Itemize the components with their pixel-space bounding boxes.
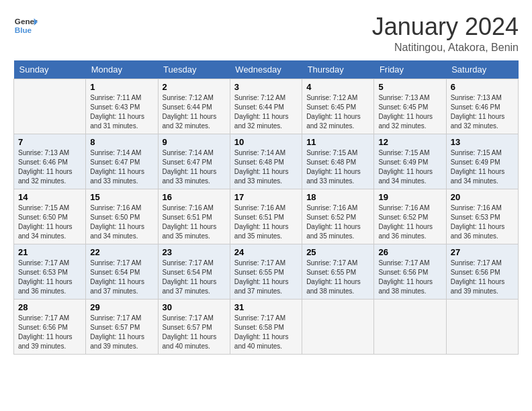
day-info: Sunrise: 7:16 AM Sunset: 6:52 PM Dayligh… (306, 203, 369, 241)
calendar-cell: 27Sunrise: 7:17 AM Sunset: 6:56 PM Dayli… (446, 244, 518, 299)
calendar-cell: 20Sunrise: 7:16 AM Sunset: 6:53 PM Dayli… (446, 189, 518, 244)
calendar-cell: 2Sunrise: 7:12 AM Sunset: 6:44 PM Daylig… (158, 79, 230, 134)
day-number: 5 (378, 82, 441, 92)
calendar-cell: 13Sunrise: 7:15 AM Sunset: 6:49 PM Dayli… (446, 134, 518, 189)
day-number: 10 (234, 137, 298, 147)
calendar-cell: 16Sunrise: 7:16 AM Sunset: 6:51 PM Dayli… (158, 189, 230, 244)
day-info: Sunrise: 7:17 AM Sunset: 6:53 PM Dayligh… (18, 259, 81, 296)
day-number: 3 (234, 82, 298, 92)
day-number: 16 (163, 192, 226, 202)
calendar-title: January 2024 (372, 13, 519, 40)
calendar-cell: 23Sunrise: 7:17 AM Sunset: 6:54 PM Dayli… (158, 244, 230, 299)
day-number: 9 (163, 137, 226, 147)
day-info: Sunrise: 7:17 AM Sunset: 6:54 PM Dayligh… (163, 259, 226, 296)
day-number: 20 (451, 192, 514, 202)
day-info: Sunrise: 7:15 AM Sunset: 6:49 PM Dayligh… (451, 148, 514, 186)
day-number: 11 (306, 137, 369, 147)
calendar-cell: 18Sunrise: 7:16 AM Sunset: 6:52 PM Dayli… (302, 189, 374, 244)
day-number: 28 (18, 302, 81, 312)
day-number: 27 (451, 247, 514, 257)
day-info: Sunrise: 7:17 AM Sunset: 6:55 PM Dayligh… (306, 259, 369, 296)
day-info: Sunrise: 7:14 AM Sunset: 6:47 PM Dayligh… (163, 148, 226, 186)
title-block: January 2024 Natitingou, Atakora, Benin (372, 13, 519, 54)
calendar-cell: 24Sunrise: 7:17 AM Sunset: 6:55 PM Dayli… (230, 244, 302, 299)
logo-icon: General Blue (13, 13, 38, 38)
page-header: General Blue January 2024 Natitingou, At… (13, 13, 519, 54)
calendar-cell (446, 299, 518, 354)
day-info: Sunrise: 7:17 AM Sunset: 6:57 PM Dayligh… (90, 314, 153, 351)
calendar-cell: 12Sunrise: 7:15 AM Sunset: 6:49 PM Dayli… (374, 134, 446, 189)
calendar-cell: 5Sunrise: 7:13 AM Sunset: 6:45 PM Daylig… (374, 79, 446, 134)
day-number: 31 (234, 302, 298, 312)
day-number: 21 (18, 247, 81, 257)
calendar-cell: 6Sunrise: 7:13 AM Sunset: 6:46 PM Daylig… (446, 79, 518, 134)
weekday-header-monday: Monday (86, 60, 158, 79)
calendar-body: 1Sunrise: 7:11 AM Sunset: 6:43 PM Daylig… (14, 79, 519, 354)
weekday-header-wednesday: Wednesday (230, 60, 302, 79)
day-info: Sunrise: 7:11 AM Sunset: 6:43 PM Dayligh… (90, 93, 153, 131)
day-number: 29 (90, 302, 153, 312)
calendar-week-2: 7Sunrise: 7:13 AM Sunset: 6:46 PM Daylig… (14, 134, 519, 189)
day-info: Sunrise: 7:17 AM Sunset: 6:54 PM Dayligh… (90, 259, 153, 296)
day-number: 7 (18, 137, 81, 147)
calendar-cell (374, 299, 446, 354)
day-number: 19 (378, 192, 441, 202)
day-info: Sunrise: 7:17 AM Sunset: 6:57 PM Dayligh… (163, 314, 226, 351)
calendar-cell: 3Sunrise: 7:12 AM Sunset: 6:44 PM Daylig… (230, 79, 302, 134)
calendar-week-3: 14Sunrise: 7:15 AM Sunset: 6:50 PM Dayli… (14, 189, 519, 244)
day-info: Sunrise: 7:16 AM Sunset: 6:50 PM Dayligh… (90, 203, 153, 241)
calendar-cell: 22Sunrise: 7:17 AM Sunset: 6:54 PM Dayli… (86, 244, 158, 299)
calendar-cell: 25Sunrise: 7:17 AM Sunset: 6:55 PM Dayli… (302, 244, 374, 299)
calendar-cell: 7Sunrise: 7:13 AM Sunset: 6:46 PM Daylig… (14, 134, 86, 189)
calendar-cell: 9Sunrise: 7:14 AM Sunset: 6:47 PM Daylig… (158, 134, 230, 189)
day-info: Sunrise: 7:16 AM Sunset: 6:52 PM Dayligh… (378, 203, 441, 241)
day-info: Sunrise: 7:15 AM Sunset: 6:50 PM Dayligh… (18, 203, 81, 241)
day-info: Sunrise: 7:17 AM Sunset: 6:56 PM Dayligh… (378, 259, 441, 296)
day-info: Sunrise: 7:16 AM Sunset: 6:53 PM Dayligh… (451, 203, 514, 241)
day-info: Sunrise: 7:17 AM Sunset: 6:55 PM Dayligh… (234, 259, 298, 296)
calendar-cell: 19Sunrise: 7:16 AM Sunset: 6:52 PM Dayli… (374, 189, 446, 244)
weekday-header-sunday: Sunday (14, 60, 86, 79)
day-number: 30 (163, 302, 226, 312)
weekday-header-friday: Friday (374, 60, 446, 79)
calendar-cell: 1Sunrise: 7:11 AM Sunset: 6:43 PM Daylig… (86, 79, 158, 134)
day-info: Sunrise: 7:14 AM Sunset: 6:47 PM Dayligh… (90, 148, 153, 186)
calendar-cell: 29Sunrise: 7:17 AM Sunset: 6:57 PM Dayli… (86, 299, 158, 354)
calendar-cell: 15Sunrise: 7:16 AM Sunset: 6:50 PM Dayli… (86, 189, 158, 244)
day-info: Sunrise: 7:15 AM Sunset: 6:49 PM Dayligh… (378, 148, 441, 186)
calendar-cell: 31Sunrise: 7:17 AM Sunset: 6:58 PM Dayli… (230, 299, 302, 354)
calendar-cell: 4Sunrise: 7:12 AM Sunset: 6:45 PM Daylig… (302, 79, 374, 134)
day-number: 15 (90, 192, 153, 202)
weekday-header-thursday: Thursday (302, 60, 374, 79)
day-number: 18 (306, 192, 369, 202)
day-info: Sunrise: 7:13 AM Sunset: 6:45 PM Dayligh… (378, 93, 441, 131)
day-number: 4 (306, 82, 369, 92)
calendar-cell: 30Sunrise: 7:17 AM Sunset: 6:57 PM Dayli… (158, 299, 230, 354)
day-number: 25 (306, 247, 369, 257)
logo: General Blue (13, 13, 38, 38)
calendar-subtitle: Natitingou, Atakora, Benin (372, 42, 519, 54)
day-info: Sunrise: 7:17 AM Sunset: 6:56 PM Dayligh… (451, 259, 514, 296)
day-info: Sunrise: 7:17 AM Sunset: 6:56 PM Dayligh… (18, 314, 81, 351)
day-number: 22 (90, 247, 153, 257)
day-number: 17 (234, 192, 298, 202)
calendar-week-1: 1Sunrise: 7:11 AM Sunset: 6:43 PM Daylig… (14, 79, 519, 134)
svg-text:Blue: Blue (15, 26, 32, 34)
calendar-table: SundayMondayTuesdayWednesdayThursdayFrid… (13, 60, 519, 355)
calendar-week-4: 21Sunrise: 7:17 AM Sunset: 6:53 PM Dayli… (14, 244, 519, 299)
day-number: 24 (234, 247, 298, 257)
calendar-cell (14, 79, 86, 134)
day-info: Sunrise: 7:12 AM Sunset: 6:44 PM Dayligh… (234, 93, 298, 131)
day-info: Sunrise: 7:17 AM Sunset: 6:58 PM Dayligh… (234, 314, 298, 351)
day-info: Sunrise: 7:14 AM Sunset: 6:48 PM Dayligh… (234, 148, 298, 186)
day-info: Sunrise: 7:13 AM Sunset: 6:46 PM Dayligh… (18, 148, 81, 186)
day-info: Sunrise: 7:13 AM Sunset: 6:46 PM Dayligh… (451, 93, 514, 131)
day-number: 14 (18, 192, 81, 202)
calendar-cell: 14Sunrise: 7:15 AM Sunset: 6:50 PM Dayli… (14, 189, 86, 244)
calendar-cell: 8Sunrise: 7:14 AM Sunset: 6:47 PM Daylig… (86, 134, 158, 189)
day-number: 6 (451, 82, 514, 92)
calendar-week-5: 28Sunrise: 7:17 AM Sunset: 6:56 PM Dayli… (14, 299, 519, 354)
calendar-cell: 11Sunrise: 7:15 AM Sunset: 6:48 PM Dayli… (302, 134, 374, 189)
day-number: 2 (163, 82, 226, 92)
calendar-cell (302, 299, 374, 354)
